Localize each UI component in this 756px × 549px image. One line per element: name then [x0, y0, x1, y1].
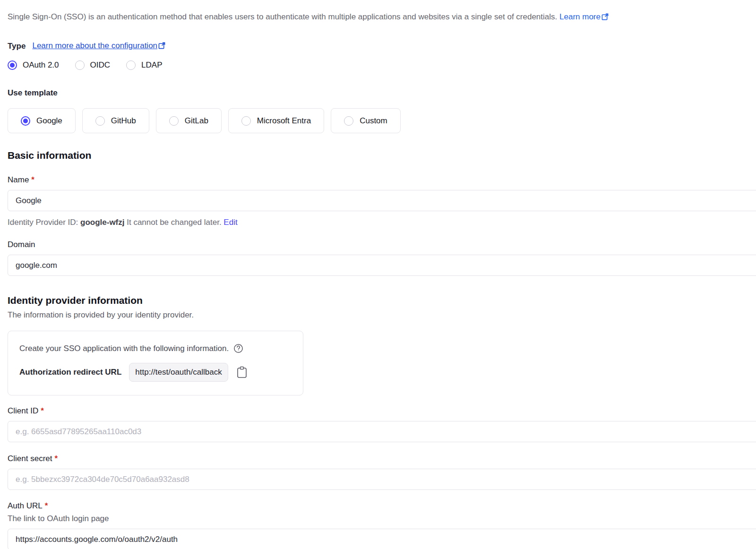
copy-redirect-url-button[interactable]	[237, 366, 247, 378]
sso-settings-page: Single Sign-On (SSO) is an authenticatio…	[0, 0, 756, 549]
type-row: Type Learn more about the configuration	[8, 41, 756, 51]
radio-oauth2-circle[interactable]	[8, 60, 17, 70]
auth-url-label: Auth URL *	[8, 501, 756, 511]
client-secret-input[interactable]	[8, 469, 756, 490]
domain-label: Domain	[8, 240, 756, 249]
radio-oauth2[interactable]: OAuth 2.0	[8, 60, 59, 70]
info-box-title-row: Create your SSO application with the fol…	[19, 343, 292, 353]
client-id-input[interactable]	[8, 421, 756, 442]
template-card-custom[interactable]: Custom	[331, 108, 401, 133]
template-google-label: Google	[36, 116, 62, 126]
idp-id-helper: Identity Provider ID: google-wfzj It can…	[8, 218, 756, 227]
idp-information-subtext: The information is provided by your iden…	[8, 310, 756, 320]
template-card-google[interactable]: Google	[8, 108, 76, 133]
external-link-icon	[158, 42, 165, 51]
template-github-label: GitHub	[111, 116, 136, 126]
name-label: Name *	[8, 175, 756, 185]
name-input[interactable]	[8, 190, 756, 211]
external-link-icon	[601, 12, 609, 24]
template-card-microsoft-entra[interactable]: Microsoft Entra	[228, 108, 324, 133]
template-gitlab-label: GitLab	[185, 116, 208, 126]
template-gitlab-radio[interactable]	[169, 116, 179, 126]
edit-idp-id-link[interactable]: Edit	[223, 218, 237, 227]
idp-id-value: google-wfzj	[80, 218, 124, 227]
basic-information-heading: Basic information	[8, 150, 756, 161]
learn-more-link[interactable]: Learn more	[559, 12, 609, 21]
template-custom-radio[interactable]	[344, 116, 353, 126]
sso-app-info-box: Create your SSO application with the fol…	[8, 331, 303, 395]
redirect-url-label: Authorization redirect URL	[19, 368, 121, 377]
client-id-label: Client ID *	[8, 406, 756, 416]
use-template-label: Use template	[8, 88, 756, 98]
required-asterisk: *	[54, 454, 58, 463]
type-label: Type	[8, 42, 26, 51]
radio-ldap-circle[interactable]	[126, 60, 136, 70]
radio-oidc-label: OIDC	[90, 60, 111, 70]
required-asterisk: *	[45, 501, 48, 511]
required-asterisk: *	[41, 406, 44, 416]
template-card-gitlab[interactable]: GitLab	[156, 108, 222, 133]
redirect-url-value: http://test/oauth/callback	[129, 363, 228, 382]
template-github-radio[interactable]	[95, 116, 105, 126]
template-google-radio[interactable]	[21, 116, 30, 126]
intro-text: Single Sign-On (SSO) is an authenticatio…	[8, 11, 756, 24]
idp-information-heading: Identity provider information	[8, 295, 756, 306]
radio-oauth2-label: OAuth 2.0	[23, 60, 59, 70]
configuration-docs-link[interactable]: Learn more about the configuration	[32, 41, 165, 51]
template-card-group: Google GitHub GitLab Microsoft Entra Cus…	[8, 108, 756, 133]
help-circle-icon[interactable]	[233, 343, 243, 353]
template-entra-label: Microsoft Entra	[257, 116, 311, 126]
template-custom-label: Custom	[360, 116, 387, 126]
template-entra-radio[interactable]	[241, 116, 251, 126]
required-asterisk: *	[31, 175, 34, 185]
redirect-url-row: Authorization redirect URL http://test/o…	[19, 363, 292, 382]
auth-url-input[interactable]	[8, 529, 756, 549]
radio-ldap-label: LDAP	[141, 60, 162, 70]
radio-oidc-circle[interactable]	[75, 60, 85, 70]
auth-type-radio-group: OAuth 2.0 OIDC LDAP	[8, 60, 756, 70]
intro-description: Single Sign-On (SSO) is an authenticatio…	[8, 12, 557, 21]
domain-input[interactable]	[8, 255, 756, 276]
client-secret-label: Client secret *	[8, 454, 756, 463]
auth-url-hint: The link to OAuth login page	[8, 514, 756, 523]
radio-ldap[interactable]: LDAP	[126, 60, 162, 70]
radio-oidc[interactable]: OIDC	[75, 60, 111, 70]
template-card-github[interactable]: GitHub	[82, 108, 149, 133]
info-box-title: Create your SSO application with the fol…	[19, 344, 229, 353]
